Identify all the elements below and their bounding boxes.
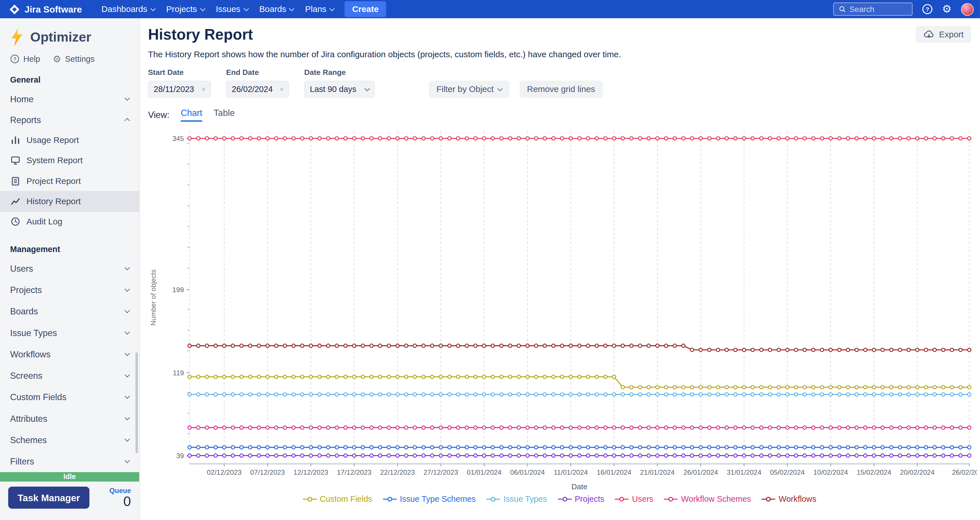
- sidebar-item-attributes[interactable]: Attributes: [0, 408, 139, 429]
- legend-item-custom-fields[interactable]: Custom Fields: [303, 494, 372, 504]
- legend-marker-icon: [383, 496, 397, 502]
- gear-icon: ⚙: [52, 54, 61, 64]
- sidebar-item-home[interactable]: Home: [0, 88, 139, 109]
- chevron-down-icon: [125, 265, 130, 270]
- chevron-down-icon: [497, 86, 503, 91]
- legend-item-workflow-schemes[interactable]: Workflow Schemes: [664, 494, 751, 504]
- start-date-label: Start Date: [148, 68, 211, 77]
- sidebar-item-boards[interactable]: Boards: [0, 301, 139, 322]
- main-content: History Report Export The History Report…: [140, 18, 980, 520]
- nav-item-label: Plans: [305, 4, 326, 14]
- chart-legend: Custom Fields Issue Type Schemes Issue T…: [148, 494, 971, 504]
- svg-text:02/12/2023: 02/12/2023: [207, 469, 242, 476]
- sidebar-item-screens[interactable]: Screens: [0, 365, 139, 386]
- brand-name: Jira Software: [24, 4, 82, 14]
- legend-item-issue-types[interactable]: Issue Types: [486, 494, 547, 504]
- legend-item-projects[interactable]: Projects: [558, 494, 605, 504]
- line-chart-icon: [11, 197, 20, 206]
- chevron-down-icon: [125, 329, 130, 335]
- chevron-down-icon: [125, 372, 130, 377]
- start-date-input[interactable]: [154, 85, 198, 94]
- date-range-field: Date Range Last 90 days: [304, 68, 375, 98]
- sidebar-item-usage-report[interactable]: Usage Report: [0, 130, 139, 150]
- chevron-down-icon: [125, 286, 130, 292]
- nav-item-plans[interactable]: Plans: [299, 1, 339, 17]
- queue-label: Queue: [110, 487, 131, 494]
- settings-gear-icon[interactable]: ⚙: [942, 4, 952, 14]
- sidebar-item-system-report[interactable]: System Report: [0, 150, 139, 171]
- chevron-down-icon: [200, 6, 205, 11]
- end-date-input[interactable]: [232, 85, 276, 94]
- svg-text:Date: Date: [571, 482, 587, 491]
- jira-brand[interactable]: Jira Software: [9, 3, 82, 15]
- legend-marker-icon: [664, 496, 678, 502]
- tab-chart[interactable]: Chart: [181, 107, 202, 121]
- chevron-down-icon: [125, 308, 130, 313]
- nav-item-boards[interactable]: Boards: [253, 1, 299, 17]
- svg-text:Number of objects: Number of objects: [150, 270, 157, 325]
- end-date-field: End Date: [226, 68, 289, 98]
- sidebar-bottom: Idle Task Manager Queue 0: [0, 472, 139, 520]
- sidebar-settings-link[interactable]: ⚙ Settings: [52, 54, 94, 64]
- sidebar-item-reports[interactable]: Reports: [0, 109, 139, 130]
- svg-text:345: 345: [172, 135, 184, 142]
- tab-table[interactable]: Table: [214, 107, 235, 121]
- app-logo: Optimizer: [0, 18, 139, 51]
- lightning-bolt-icon: [10, 28, 24, 46]
- legend-marker-icon: [486, 496, 500, 502]
- sidebar-item-audit-log[interactable]: Audit Log: [0, 212, 139, 232]
- help-icon[interactable]: ?: [922, 4, 933, 14]
- search-input[interactable]: [850, 5, 907, 14]
- bar-chart-icon: [11, 136, 20, 145]
- task-manager-button[interactable]: Task Manager: [8, 487, 89, 509]
- legend-item-users[interactable]: Users: [615, 494, 653, 504]
- sidebar-item-custom-fields[interactable]: Custom Fields: [0, 386, 139, 408]
- svg-text:05/02/2024: 05/02/2024: [770, 469, 805, 476]
- nav-item-dashboards[interactable]: Dashboards: [96, 1, 161, 17]
- clear-icon[interactable]: [280, 85, 283, 94]
- chevron-down-icon: [150, 6, 156, 11]
- svg-text:21/01/2024: 21/01/2024: [640, 469, 675, 476]
- svg-text:10/02/2024: 10/02/2024: [813, 469, 848, 476]
- remove-grid-lines-button[interactable]: Remove grid lines: [519, 81, 602, 98]
- legend-marker-icon: [762, 496, 776, 502]
- chevron-down-icon: [125, 436, 130, 442]
- jira-logo-icon: [9, 3, 20, 15]
- sidebar-item-issue-types[interactable]: Issue Types: [0, 322, 139, 343]
- end-date-label: End Date: [226, 68, 289, 77]
- legend-item-workflows[interactable]: Workflows: [762, 494, 816, 504]
- sidebar-item-project-report[interactable]: Project Report: [0, 171, 139, 191]
- nav-item-projects[interactable]: Projects: [161, 1, 210, 17]
- export-button[interactable]: Export: [916, 26, 971, 43]
- sidebar-item-history-report[interactable]: History Report: [0, 191, 139, 211]
- svg-text:?: ?: [925, 6, 929, 13]
- user-avatar[interactable]: [961, 3, 974, 15]
- chevron-down-icon: [289, 6, 294, 11]
- create-button[interactable]: Create: [345, 1, 386, 17]
- svg-text:27/12/2023: 27/12/2023: [423, 469, 458, 476]
- page-title: History Report: [148, 26, 253, 43]
- nav-item-issues[interactable]: Issues: [210, 1, 253, 17]
- svg-text:07/12/2023: 07/12/2023: [250, 469, 285, 476]
- svg-text:?: ?: [13, 56, 16, 62]
- top-nav: Jira Software Dashboards Projects Issues…: [0, 0, 980, 18]
- sidebar-item-schemes[interactable]: Schemes: [0, 429, 139, 450]
- sidebar-help-link[interactable]: ? Help: [10, 54, 40, 64]
- date-range-select[interactable]: Last 90 days: [304, 81, 375, 98]
- svg-text:26/02/2024: 26/02/2024: [952, 469, 977, 476]
- sidebar-scrollbar[interactable]: [135, 352, 138, 453]
- legend-marker-icon: [303, 496, 317, 502]
- sidebar-item-filters[interactable]: Filters: [0, 450, 139, 472]
- chevron-down-icon: [125, 95, 130, 100]
- sidebar-item-workflows[interactable]: Workflows: [0, 343, 139, 365]
- chevron-down-icon: [329, 6, 335, 11]
- legend-item-issue-type-schemes[interactable]: Issue Type Schemes: [383, 494, 476, 504]
- start-date-field: Start Date: [148, 68, 211, 98]
- search-box[interactable]: [833, 3, 913, 16]
- sidebar-item-projects[interactable]: Projects: [0, 279, 139, 300]
- svg-text:199: 199: [172, 286, 184, 293]
- chevron-down-icon: [243, 6, 249, 11]
- filter-by-object-button[interactable]: Filter by Object: [429, 81, 509, 98]
- clear-icon[interactable]: [202, 85, 205, 94]
- sidebar-item-users[interactable]: Users: [0, 258, 139, 279]
